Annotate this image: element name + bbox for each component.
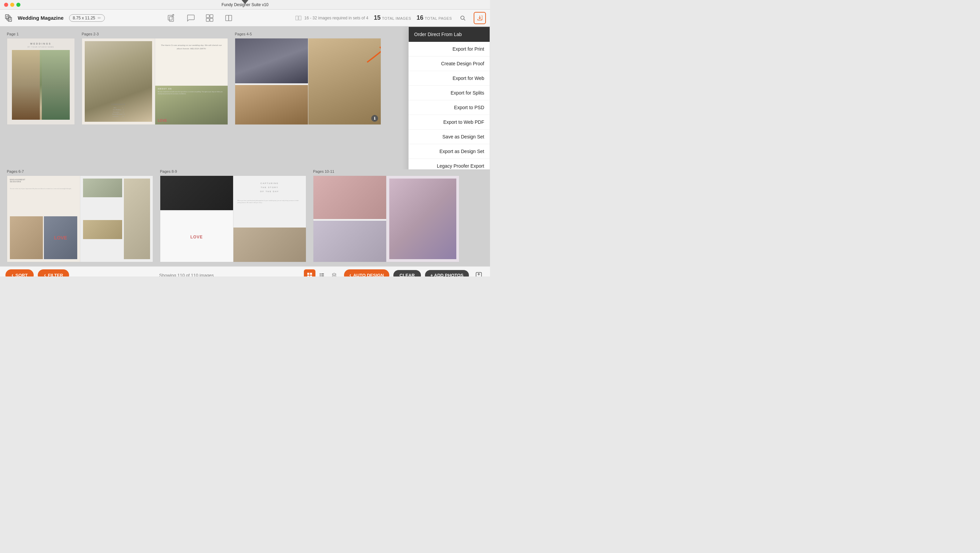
export-print-btn[interactable]: Export for Print xyxy=(409,42,490,56)
chat-icon-btn[interactable] xyxy=(185,12,197,24)
pages-4-5-thumb[interactable]: ℹ xyxy=(235,38,381,125)
clear-button[interactable]: CLEAR xyxy=(393,270,421,277)
svg-rect-8 xyxy=(210,18,213,21)
svg-rect-6 xyxy=(210,14,213,17)
svg-rect-1 xyxy=(7,16,10,20)
sort-chevron xyxy=(11,272,13,276)
close-button[interactable] xyxy=(4,3,8,7)
total-images-stat: 15 TOTAL IMAGES xyxy=(374,14,411,21)
export-splits-btn[interactable]: Export for Splits xyxy=(409,86,490,100)
pages-2-3-group: Pages 2-3 CONTENTS Intro 1Our Wedding 2R… xyxy=(82,32,228,125)
page-1-group: Page 1 WEDDINGS BY YOUR STUDIO NAME xyxy=(7,32,75,125)
svg-rect-5 xyxy=(206,14,209,17)
project-title: Wedding Magazine xyxy=(18,15,64,21)
upload-icon-btn[interactable] xyxy=(165,12,178,24)
search-icon-btn[interactable] xyxy=(457,13,468,24)
svg-rect-22 xyxy=(321,275,324,275)
images-req: 16 - 32 images required in sets of 4 xyxy=(295,16,368,21)
page-1-label: Page 1 xyxy=(7,32,75,36)
grid-view-btn[interactable] xyxy=(304,269,315,276)
pages-10-11-label: Pages 10-11 xyxy=(313,169,460,173)
pages-8-9-group: Pages 8-9 LOVE CAPTURINGTHE STORYOF THE … xyxy=(160,169,306,262)
share-icon-btn[interactable] xyxy=(473,269,485,276)
pages-8-9-label: Pages 8-9 xyxy=(160,169,306,173)
svg-point-11 xyxy=(461,16,464,19)
book-icon-btn[interactable] xyxy=(223,12,235,24)
create-proof-btn[interactable]: Create Design Proof xyxy=(409,56,490,71)
grid-icon-btn[interactable] xyxy=(204,12,216,24)
export-psd-btn[interactable]: Export to PSD xyxy=(409,100,490,115)
pages-8-9-thumb[interactable]: LOVE CAPTURINGTHE STORYOF THE DAY When y… xyxy=(160,175,306,262)
save-design-set-btn[interactable]: Save as Design Set xyxy=(409,130,490,144)
export-icon-btn[interactable] xyxy=(474,12,486,24)
svg-rect-14 xyxy=(307,273,309,275)
pages-6-7-group: Pages 6-7 ENGAGEMENTSESSIONS You are in … xyxy=(7,169,153,262)
dots-view-btn[interactable] xyxy=(316,269,328,276)
pages-6-7-thumb[interactable]: ENGAGEMENTSESSIONS You are in the era of… xyxy=(7,175,153,262)
maximize-button[interactable] xyxy=(16,3,21,7)
pages-row-2: Pages 6-7 ENGAGEMENTSESSIONS You are in … xyxy=(0,169,490,266)
svg-rect-17 xyxy=(310,275,312,276)
auto-design-button[interactable]: AUTO DESIGN xyxy=(344,269,389,276)
export-design-set-btn[interactable]: Export as Design Set xyxy=(409,144,490,159)
pages-2-3-label: Pages 2-3 xyxy=(82,32,228,36)
brand-icon xyxy=(4,13,15,24)
pages-10-11-thumb[interactable] xyxy=(313,175,460,262)
auto-design-chevron xyxy=(350,272,351,276)
main-toolbar: Wedding Magazine 8.75 x 11.25 ✏ xyxy=(0,10,490,27)
arrow-indicator xyxy=(242,0,248,4)
svg-rect-10 xyxy=(299,16,301,20)
svg-rect-3 xyxy=(168,15,172,20)
filter-chevron xyxy=(44,272,46,276)
svg-rect-4 xyxy=(169,17,173,21)
info-overlay: ℹ xyxy=(371,115,378,122)
svg-rect-16 xyxy=(307,275,309,276)
svg-point-18 xyxy=(320,273,321,275)
minimize-button[interactable] xyxy=(10,3,14,7)
pages-4-5-group: Pages 4-5 xyxy=(235,32,381,125)
edit-icon: ✏ xyxy=(98,16,101,21)
view-toggle xyxy=(304,269,340,276)
window-controls xyxy=(4,3,21,7)
legacy-proofer-btn[interactable]: Legacy Proofer Export xyxy=(409,159,490,169)
title-bar: Fundy Designer Suite v10 xyxy=(0,0,490,10)
filter-button[interactable]: FILTER xyxy=(38,269,69,276)
export-web-btn[interactable]: Export for Web xyxy=(409,71,490,86)
svg-rect-7 xyxy=(206,18,209,21)
sort-button[interactable]: SORT xyxy=(5,269,34,276)
pages-10-11-group: Pages 10-11 xyxy=(313,169,460,262)
size-badge[interactable]: 8.75 x 11.25 ✏ xyxy=(69,14,105,22)
export-menu: Order Direct From Lab Export for Print C… xyxy=(408,27,490,169)
svg-rect-15 xyxy=(310,273,312,275)
order-direct-btn[interactable]: Order Direct From Lab xyxy=(409,27,490,42)
canvas-area: Page 1 WEDDINGS BY YOUR STUDIO NAME Page… xyxy=(0,27,490,169)
svg-point-20 xyxy=(320,276,321,277)
bottom-controls: SORT FILTER Showing 110 of 110 images xyxy=(0,266,490,276)
export-webpdf-btn[interactable]: Export to Web PDF xyxy=(409,115,490,130)
toolbar-center xyxy=(108,12,293,24)
svg-line-12 xyxy=(464,19,465,21)
svg-point-19 xyxy=(320,275,321,276)
svg-rect-23 xyxy=(321,276,324,276)
showing-text: Showing 110 of 110 images xyxy=(73,273,299,277)
svg-rect-9 xyxy=(296,16,298,20)
add-photos-button[interactable]: + ADD PHOTOS xyxy=(425,270,469,277)
pages-4-5-label: Pages 4-5 xyxy=(235,32,381,36)
page-1-thumb[interactable]: WEDDINGS BY YOUR STUDIO NAME xyxy=(7,38,75,125)
toolbar-right: 16 - 32 images required in sets of 4 15 … xyxy=(295,12,486,24)
layers-view-btn[interactable] xyxy=(328,269,340,276)
total-pages-stat: 16 TOTAL PAGES xyxy=(417,14,452,21)
svg-rect-21 xyxy=(321,273,324,274)
pages-2-3-thumb[interactable]: CONTENTS Intro 1Our Wedding 2Reception 4… xyxy=(82,38,228,125)
pages-6-7-label: Pages 6-7 xyxy=(7,169,153,173)
